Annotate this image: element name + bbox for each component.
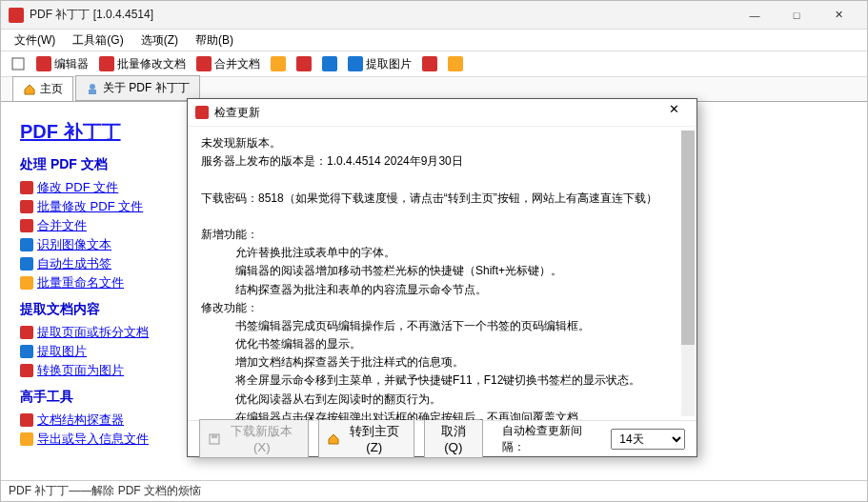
dialog-title: 检查更新	[214, 105, 658, 121]
toolbar-extract[interactable]: 提取图片	[344, 54, 415, 74]
svg-rect-4	[212, 434, 217, 438]
new-feat-title: 新增功能：	[201, 226, 683, 244]
maximize-button[interactable]: □	[776, 2, 818, 29]
rename-icon	[20, 276, 33, 290]
home-icon	[327, 432, 340, 446]
toolbar-misc3[interactable]	[318, 54, 341, 73]
auto-check-combo[interactable]: 14天	[611, 429, 685, 450]
save-icon	[208, 432, 221, 446]
dialog-body: 未发现新版本。 服务器上发布的版本是：1.0.4.4514 2024年9月30日…	[188, 126, 696, 420]
link-inspector[interactable]: 文档结构探查器	[37, 412, 124, 429]
link-convert[interactable]: 转换页面为图片	[37, 362, 124, 379]
link-batch[interactable]: 批量修改 PDF 文件	[37, 198, 143, 215]
svg-point-1	[90, 84, 95, 90]
toolbar-merge[interactable]: 合并文档	[192, 54, 264, 74]
pdf-icon	[20, 364, 33, 377]
titlebar: PDF 补丁丁 [1.0.4.4514] — □ ✕	[1, 1, 867, 30]
toolbar-editor[interactable]: 编辑器	[32, 54, 92, 74]
mod-feat-item: 书签编辑器完成页码编辑操作后，不再激活下一个书签的页码编辑框。	[235, 317, 683, 335]
tab-about[interactable]: 关于 PDF 补丁丁	[75, 75, 200, 101]
mod-feat-item: 优化阅读器从右到左阅读时的翻页行为。	[235, 391, 683, 409]
pdf-icon	[20, 326, 33, 339]
mod-feat-title: 修改功能：	[201, 299, 683, 317]
mod-feat-item: 将全屏显示命令移到主菜单，并赋予快捷键F11，F12键切换书签栏的显示状态。	[235, 371, 683, 390]
menu-help[interactable]: 帮助(B)	[188, 30, 241, 50]
minimize-button[interactable]: —	[734, 2, 776, 29]
svg-rect-0	[12, 58, 24, 70]
menubar: 文件(W) 工具箱(G) 选项(Z) 帮助(B)	[1, 30, 867, 50]
dialog-titlebar: 检查更新 ✕	[188, 99, 696, 126]
link-modify[interactable]: 修改 PDF 文件	[37, 179, 118, 196]
link-bookmark[interactable]: 自动生成书签	[37, 255, 111, 272]
update-line2: 服务器上发布的版本是：1.0.4.4514 2024年9月30日	[201, 152, 683, 171]
statusbar: PDF 补丁丁——解除 PDF 文档的烦恼	[1, 480, 867, 501]
tab-home[interactable]: 主页	[12, 76, 73, 101]
app-icon	[9, 8, 24, 23]
link-merge[interactable]: 合并文件	[37, 217, 87, 234]
download-button[interactable]: 下载新版本(X)	[199, 419, 309, 458]
toolbar-new[interactable]	[7, 54, 30, 73]
pdf-icon	[20, 413, 33, 427]
mod-feat-item: 在编辑器点击保存按钮弹出对话框的确定按钮后，不再询问覆盖文档。	[235, 409, 683, 420]
new-feat-item: 允许替换批注或表单中的字体。	[235, 244, 683, 262]
home-button[interactable]: 转到主页(Z)	[318, 419, 414, 458]
scroll-thumb[interactable]	[681, 131, 695, 345]
link-ocr[interactable]: 识别图像文本	[37, 236, 111, 253]
status-text: PDF 补丁丁——解除 PDF 文档的烦恼	[9, 483, 201, 499]
pdf-icon	[20, 181, 33, 194]
ocr-icon	[20, 238, 33, 251]
scrollbar[interactable]	[681, 131, 695, 416]
image-icon	[348, 56, 363, 71]
io-icon	[20, 432, 33, 446]
link-split[interactable]: 提取页面或拆分文档	[37, 324, 149, 341]
home-icon	[23, 83, 36, 96]
link-extract-img[interactable]: 提取图片	[37, 343, 87, 360]
new-feat-item: 结构探查器为批注和表单的内容流显示命令节点。	[235, 281, 683, 299]
tool-icon	[322, 56, 337, 71]
toolbar-misc2[interactable]	[293, 54, 315, 73]
pdf-icon	[296, 56, 312, 71]
update-line1: 未发现新版本。	[201, 134, 683, 152]
image-icon	[20, 345, 33, 358]
toolbar: 编辑器 批量修改文档 合并文档 提取图片	[1, 50, 867, 77]
svg-rect-2	[89, 90, 96, 94]
new-feat-item: 编辑器的阅读器增加移动书签栏光标的快捷键（Shift+光标键）。	[235, 262, 683, 280]
pdf-icon	[20, 200, 33, 213]
pdf-icon	[196, 56, 212, 71]
mod-feat-item: 增加文档结构探查器关于批注样式的信息项。	[235, 353, 683, 371]
tool-icon	[448, 56, 463, 71]
close-button[interactable]: ✕	[818, 2, 859, 29]
dialog-icon	[195, 106, 209, 119]
update-line3: 下载密码：8518（如果觉得下载速度慢，请点击“转到主页”按钮，网站上有高速直连…	[201, 190, 683, 208]
auto-check-label: 自动检查更新间隔：	[502, 423, 602, 455]
cancel-button[interactable]: 取消(Q)	[424, 419, 483, 458]
toolbar-misc5[interactable]	[444, 54, 467, 73]
dialog-footer: 下载新版本(X) 转到主页(Z) 取消(Q) 自动检查更新间隔： 14天	[188, 420, 696, 456]
pdf-icon	[20, 219, 33, 232]
file-icon	[10, 56, 26, 71]
link-rename[interactable]: 批量重命名文件	[37, 274, 124, 291]
link-io[interactable]: 导出或导入信息文件	[37, 431, 149, 448]
pdf-icon	[36, 56, 51, 71]
window-title: PDF 补丁丁 [1.0.4.4514]	[30, 7, 734, 23]
toolbar-batch[interactable]: 批量修改文档	[95, 54, 190, 74]
tool-icon	[271, 56, 286, 71]
dialog-close-button[interactable]: ✕	[658, 102, 689, 123]
bookmark-icon	[20, 257, 33, 271]
menu-tools[interactable]: 工具箱(G)	[65, 30, 131, 50]
update-dialog: 检查更新 ✕ 未发现新版本。 服务器上发布的版本是：1.0.4.4514 202…	[187, 98, 697, 457]
window-controls: — □ ✕	[734, 2, 859, 29]
toolbar-misc1[interactable]	[267, 54, 290, 73]
pdf-icon	[422, 56, 437, 71]
menu-select[interactable]: 选项(Z)	[133, 30, 186, 50]
person-icon	[86, 82, 99, 95]
toolbar-misc4[interactable]	[418, 54, 441, 73]
menu-file[interactable]: 文件(W)	[7, 30, 63, 50]
mod-feat-item: 优化书签编辑器的显示。	[235, 335, 683, 353]
pdf-icon	[99, 56, 114, 71]
